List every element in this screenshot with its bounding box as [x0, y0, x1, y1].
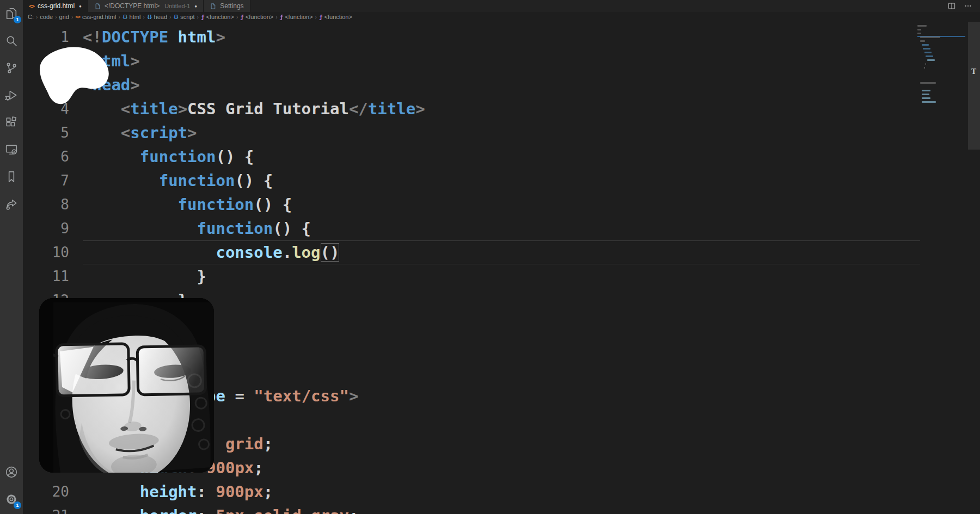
breadcrumb-item-code[interactable]: code: [40, 14, 53, 20]
activity-live-preview-button[interactable]: [0, 136, 23, 163]
code-token: console: [216, 243, 282, 262]
breadcrumb-item-function[interactable]: ƒ<function>: [240, 14, 273, 21]
code-token: ;: [254, 459, 263, 477]
breadcrumb-label: <function>: [324, 14, 352, 20]
line-number: 20: [23, 480, 83, 504]
code-token: ;: [264, 482, 273, 501]
code-text[interactable]: function() {: [83, 145, 254, 169]
code-token: :: [197, 506, 216, 514]
tab-doctype-html[interactable]: <!DOCTYPE html>Untitled-1●: [88, 0, 204, 12]
code-text[interactable]: console.log(): [83, 240, 339, 264]
code-token: () {: [273, 219, 311, 238]
tab-settings[interactable]: Settings: [204, 0, 250, 12]
code-token: ;: [264, 435, 273, 453]
activity-live-share-button[interactable]: [0, 190, 23, 218]
code-text[interactable]: <title>CSS Grid Tutorial</title>: [83, 97, 425, 121]
code-text[interactable]: <!DOCTYPE html>: [83, 25, 225, 49]
activity-source-control-button[interactable]: [0, 54, 23, 82]
code-line-1: 1<!DOCTYPE html>: [23, 25, 980, 49]
html-symbol-icon: <>: [75, 14, 80, 20]
modified-dot-icon[interactable]: ●: [79, 4, 82, 9]
tab-bar: <>css-grid.html●<!DOCTYPE html>Untitled-…: [23, 0, 980, 12]
scrollbar: T: [968, 0, 980, 514]
breadcrumb-item-function[interactable]: ƒ<function>: [201, 14, 234, 21]
minimap-line: [920, 36, 940, 38]
line-number: 1: [23, 25, 83, 49]
line-number: 4: [23, 97, 83, 121]
breadcrumb-item-grid[interactable]: grid: [59, 14, 69, 20]
tab-css-grid-html[interactable]: <>css-grid.html●: [23, 0, 88, 12]
activity-settings-button[interactable]: 1: [0, 486, 23, 513]
minimap-line: [922, 44, 929, 46]
code-token: function: [178, 195, 254, 214]
activity-bar-bottom: 1: [0, 459, 23, 513]
breadcrumb-item-head[interactable]: {}head: [147, 14, 167, 20]
code-line-11: 11 }: [23, 264, 980, 288]
code-token: >: [187, 123, 197, 142]
breadcrumb-label: <function>: [206, 14, 234, 20]
breadcrumb-item-script[interactable]: {}script: [173, 14, 194, 20]
breadcrumb-label: head: [154, 14, 167, 20]
code-token: <: [83, 76, 92, 94]
code-text[interactable]: border: 5px solid gray;: [83, 504, 358, 514]
activity-badge: 1: [14, 501, 21, 509]
code-line-6: 6 function() {: [23, 145, 980, 169]
activity-account-button[interactable]: [0, 459, 23, 486]
minimap-line: [917, 25, 927, 27]
code-token: grid: [225, 435, 264, 453]
code-text[interactable]: <head>: [83, 73, 140, 97]
activity-run-debug-button[interactable]: [0, 82, 23, 109]
minimap-line: [922, 101, 936, 103]
minimap-line: [917, 33, 921, 34]
code-token: }: [197, 267, 206, 286]
code-line-20: 20 height: 900px;: [23, 480, 980, 504]
code-text[interactable]: function() {: [83, 169, 273, 193]
func-symbol-icon: ƒ: [280, 14, 283, 21]
breadcrumb-separator: ›: [143, 14, 144, 20]
code-token: function: [197, 219, 273, 238]
code-text[interactable]: function() {: [83, 216, 311, 240]
code-token: title: [130, 100, 177, 118]
more-actions-icon[interactable]: [964, 2, 972, 10]
code-line-21: 21 border: 5px solid gray;: [23, 504, 980, 514]
minimap-line: [917, 29, 921, 30]
breadcrumb-separator: ›: [118, 14, 120, 20]
code-token: <: [121, 123, 130, 142]
breadcrumb-separator: ›: [275, 14, 277, 20]
breadcrumb-item-function[interactable]: ƒ<function>: [280, 14, 313, 21]
code-text[interactable]: <html>: [83, 49, 140, 73]
code-line-3: 3<head>: [23, 73, 980, 97]
minimap-line: [922, 90, 930, 91]
code-token: ;: [349, 506, 358, 514]
breadcrumb-separator: ›: [169, 14, 171, 20]
code-token: () {: [216, 147, 254, 166]
minimap-line: [920, 82, 936, 84]
activity-bookmarks-button[interactable]: [0, 163, 23, 190]
live-share-icon: [4, 197, 19, 211]
activity-extensions-button[interactable]: [0, 109, 23, 136]
breadcrumb-item-function[interactable]: ƒ<function>: [319, 14, 352, 21]
code-text[interactable]: function() {: [83, 193, 292, 216]
minimap[interactable]: [917, 22, 967, 250]
activity-bar-top: 1: [0, 0, 23, 218]
code-text[interactable]: <script>: [83, 121, 197, 145]
scrollbar-slider[interactable]: [968, 19, 980, 150]
code-token: >: [415, 100, 425, 118]
activity-explorer-button[interactable]: 1: [0, 0, 23, 27]
code-token: =: [225, 387, 254, 405]
breadcrumb-item-c[interactable]: C:: [28, 14, 34, 20]
code-token: 5px solid gray: [216, 506, 348, 514]
code-text[interactable]: }: [83, 264, 206, 288]
activity-search-button[interactable]: [0, 27, 23, 54]
split-editor-icon[interactable]: [947, 2, 956, 10]
tag-symbol-icon: {}: [122, 14, 127, 20]
breadcrumb-item-html[interactable]: {}html: [122, 14, 141, 20]
breadcrumb-item-css-grid-html[interactable]: <>css-grid.html: [75, 14, 116, 20]
modified-dot-icon[interactable]: ●: [194, 4, 197, 9]
search-icon: [4, 34, 19, 48]
code-token: >: [130, 76, 139, 94]
breadcrumb: C:›code›grid›<>css-grid.html›{}html›{}he…: [23, 12, 980, 22]
code-text[interactable]: height: 900px;: [83, 480, 273, 504]
code-token: <!: [83, 28, 102, 46]
html-file-icon: <>: [29, 3, 34, 9]
